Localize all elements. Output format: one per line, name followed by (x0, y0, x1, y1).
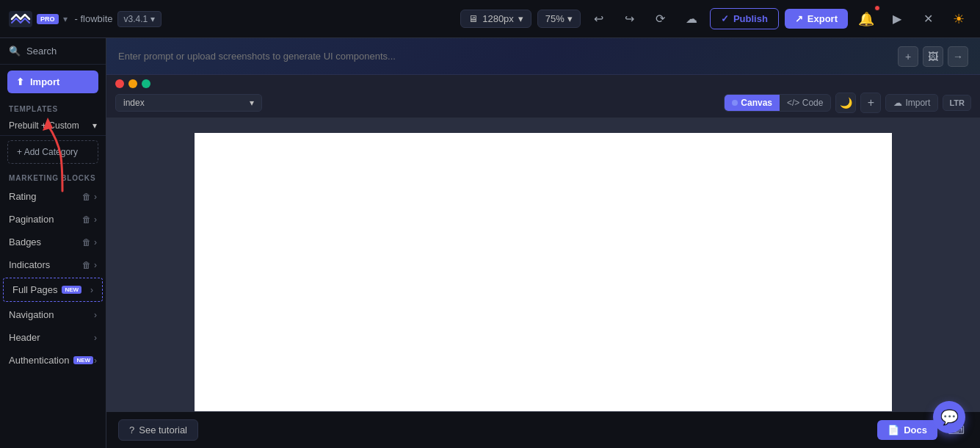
notification-badge (874, 5, 880, 11)
chevron-right-icon: › (94, 192, 97, 202)
version-selector[interactable]: v3.4.1 ▾ (117, 11, 162, 27)
send-prompt-button[interactable]: → (948, 46, 968, 67)
canvas-area[interactable] (106, 118, 980, 411)
trash-icon[interactable]: 🗑 (82, 260, 91, 270)
code-label: </> Code (787, 98, 823, 108)
redo-button[interactable]: ↪ (617, 7, 642, 32)
chevron-right-icon: › (94, 260, 97, 270)
zoom-label: 75% (545, 13, 565, 24)
header-label: Header (9, 332, 40, 343)
top-navbar: PRO ▾ - flowbite v3.4.1 ▾ 🖥 1280px ▾ 75%… (0, 0, 980, 38)
new-badge: NEW (62, 286, 81, 294)
pro-badge: PRO (37, 14, 59, 24)
browser-toolbar: index ▾ Canvas </> Code 🌙 + (106, 88, 980, 118)
sidebar-item-pagination[interactable]: Pagination 🗑 › (0, 208, 106, 231)
chevron-right-icon: › (90, 285, 93, 295)
templates-section-label: TEMPLATES (0, 99, 106, 116)
publish-check-icon: ✓ (721, 13, 729, 24)
dark-mode-toggle[interactable]: 🌙 (835, 93, 856, 113)
prebuilt-chevron-icon: ▾ (92, 120, 97, 131)
play-button[interactable]: ▶ (885, 7, 910, 32)
monitor-icon: 🖥 (468, 13, 478, 24)
chevron-right-icon: › (94, 310, 97, 320)
undo-button[interactable]: ↩ (587, 7, 611, 32)
device-selector[interactable]: 🖥 1280px ▾ (460, 10, 531, 28)
authentication-label: Authentication (9, 355, 69, 366)
code-view-button[interactable]: </> Code (780, 95, 830, 111)
docs-icon: 📄 (888, 424, 899, 436)
import-label: Import (30, 76, 59, 87)
ai-prompt-input[interactable] (118, 51, 892, 62)
import-button[interactable]: ⬆ Import (7, 71, 98, 93)
sidebar-item-authentication[interactable]: Authentication NEW › (0, 349, 106, 372)
canvas-label: Canvas (741, 98, 772, 108)
ltr-button[interactable]: LTR (943, 95, 971, 111)
search-button[interactable]: 🔍 Search (0, 38, 106, 65)
docs-button[interactable]: 📄 Docs (877, 420, 937, 440)
add-prompt-button[interactable]: + (898, 46, 918, 67)
sidebar-item-full-pages[interactable]: Full Pages NEW › (3, 278, 103, 302)
browser-maximize-dot[interactable] (142, 79, 150, 88)
prebuilt-selector[interactable]: Prebuilt + Custom ▾ (0, 116, 106, 136)
notification-button[interactable]: 🔔 (854, 7, 879, 32)
prebuilt-label: Prebuilt + Custom (9, 120, 79, 131)
chat-bubble-button[interactable]: 💬 (933, 401, 965, 433)
sidebar-item-header[interactable]: Header › (0, 326, 106, 349)
export-label: Export (807, 13, 838, 24)
bottom-bar: ? See tutorial 📄 Docs ⌨ (106, 411, 980, 448)
project-name: - flowbite (75, 13, 113, 24)
chevron-right-icon: › (94, 214, 97, 225)
full-pages-label: Full Pages (12, 284, 57, 295)
ltr-label: LTR (949, 98, 965, 107)
add-category-button[interactable]: + Add Category (7, 140, 98, 164)
trash-icon[interactable]: 🗑 (82, 237, 91, 248)
cloud-button[interactable]: ☁ (679, 7, 704, 32)
canvas-dot-icon (732, 100, 738, 106)
export-button[interactable]: ↗ Export (785, 9, 848, 29)
add-page-button[interactable]: + (860, 93, 881, 113)
sidebar-item-indicators[interactable]: Indicators 🗑 › (0, 253, 106, 276)
page-chevron-icon: ▾ (250, 98, 254, 108)
sidebar-item-navigation[interactable]: Navigation › (0, 303, 106, 326)
windframe-logo (9, 11, 32, 27)
search-label: Search (26, 46, 57, 57)
ai-prompt-bar: + 🖼 → (106, 38, 980, 75)
add-category-label: + Add Category (17, 147, 78, 157)
page-name-selector[interactable]: index ▾ (115, 94, 262, 112)
browser-minimize-dot[interactable] (128, 79, 137, 88)
canvas-view-button[interactable]: Canvas (725, 95, 780, 111)
zoom-selector[interactable]: 75% ▾ (537, 10, 581, 28)
badges-label: Badges (9, 236, 41, 248)
tutorial-button[interactable]: ? See tutorial (118, 419, 198, 441)
theme-toggle-button[interactable]: ☀ (946, 7, 971, 32)
docs-label: Docs (904, 424, 927, 436)
chevron-right-icon: › (94, 333, 97, 343)
sidebar-item-badges[interactable]: Badges 🗑 › (0, 231, 106, 253)
chevron-right-icon: › (94, 355, 97, 366)
image-upload-button[interactable]: 🖼 (923, 46, 943, 67)
browser-close-dot[interactable] (115, 79, 124, 88)
rating-label: Rating (9, 191, 37, 202)
close-button[interactable]: ✕ (915, 7, 940, 32)
ai-prompt-actions: + 🖼 → (898, 46, 968, 67)
trash-icon[interactable]: 🗑 (82, 214, 91, 225)
export-icon: ↗ (795, 13, 803, 24)
publish-button[interactable]: ✓ Publish (710, 8, 779, 29)
canvas-frame (195, 133, 892, 411)
trash-icon[interactable]: 🗑 (82, 192, 91, 202)
marketing-blocks-label: MARKETING BLOCKS (0, 168, 106, 185)
logo-chevron-icon[interactable]: ▾ (63, 14, 68, 24)
main-content: 🔍 Search ⬆ Import TEMPLATES Prebuilt + C… (0, 38, 980, 448)
notification-area: 🔔 (854, 7, 879, 32)
import-bar-button[interactable]: ☁ Import (885, 94, 938, 112)
center-panel: + 🖼 → index ▾ (106, 38, 980, 448)
import-cloud-icon: ☁ (893, 98, 902, 108)
refresh-button[interactable]: ⟳ (648, 7, 673, 32)
sidebar: 🔍 Search ⬆ Import TEMPLATES Prebuilt + C… (0, 38, 106, 448)
page-name-label: index (123, 98, 145, 108)
canvas-code-toggle: Canvas </> Code (724, 94, 831, 112)
navigation-label: Navigation (9, 309, 54, 320)
sidebar-item-rating[interactable]: Rating 🗑 › (0, 185, 106, 208)
search-icon: 🔍 (9, 46, 21, 57)
logo-area: PRO ▾ - flowbite v3.4.1 ▾ (9, 11, 161, 27)
